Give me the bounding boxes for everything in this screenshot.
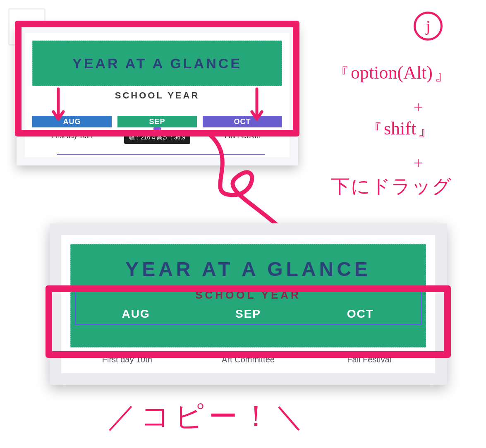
- annotation-key-option: 『option(Alt)』: [331, 62, 452, 86]
- banner-title: YEAR AT A GLANCE: [72, 55, 242, 72]
- month-header: SEP: [117, 116, 197, 127]
- month-header: AUG: [32, 116, 112, 127]
- banner-subtitle: SCHOOL YEAR: [32, 90, 282, 101]
- annotation-key-shift: 『shift』: [364, 118, 436, 141]
- month-card-oct[interactable]: OCT Fall Festival: [203, 116, 282, 143]
- month-header: OCT: [203, 116, 282, 127]
- quote-open-icon: 『: [366, 119, 382, 141]
- banner-selected-element[interactable]: YEAR AT A GLANCE: [32, 41, 282, 86]
- annotation-plus: +: [414, 153, 423, 172]
- quote-open-icon: 『: [333, 63, 349, 86]
- month-event: Fall Festival: [203, 127, 282, 143]
- annotation-drag-down: 下にドラッグ: [331, 174, 452, 199]
- month-header: AUG: [80, 305, 192, 323]
- month-card-aug[interactable]: AUG First day 10th: [32, 116, 112, 143]
- annotation-step-j: j: [414, 12, 443, 41]
- month-event: First day 10th: [32, 127, 112, 143]
- month-event: First day 10th: [70, 351, 184, 369]
- dimensions-tooltip: 幅：216.4 高さ：36.9: [124, 132, 190, 144]
- drag-target-outline: [57, 154, 265, 155]
- month-header: SEP: [192, 305, 304, 323]
- banner-subtitle: SCHOOL YEAR: [195, 289, 301, 302]
- quote-close-icon: 』: [418, 119, 434, 141]
- month-header: OCT: [304, 305, 417, 323]
- resize-handle-icon[interactable]: [153, 127, 161, 131]
- month-event: Art Committee: [192, 351, 305, 369]
- annotation-plus: +: [414, 97, 423, 117]
- editor-screenshot-before: YEAR AT A GLANCE SCHOOL YEAR AUG First d…: [17, 25, 298, 165]
- editor-screenshot-after: YEAR AT A GLANCE SCHOOL YEAR AUG SEP OCT…: [50, 223, 447, 385]
- quote-close-icon: 』: [434, 63, 451, 86]
- annotation-copy-label: ／コピー！＼: [108, 397, 308, 436]
- month-event: Fall Festival: [312, 351, 426, 369]
- banner-expanded-element[interactable]: YEAR AT A GLANCE SCHOOL YEAR AUG SEP OCT: [70, 244, 426, 347]
- banner-title: YEAR AT A GLANCE: [125, 258, 371, 280]
